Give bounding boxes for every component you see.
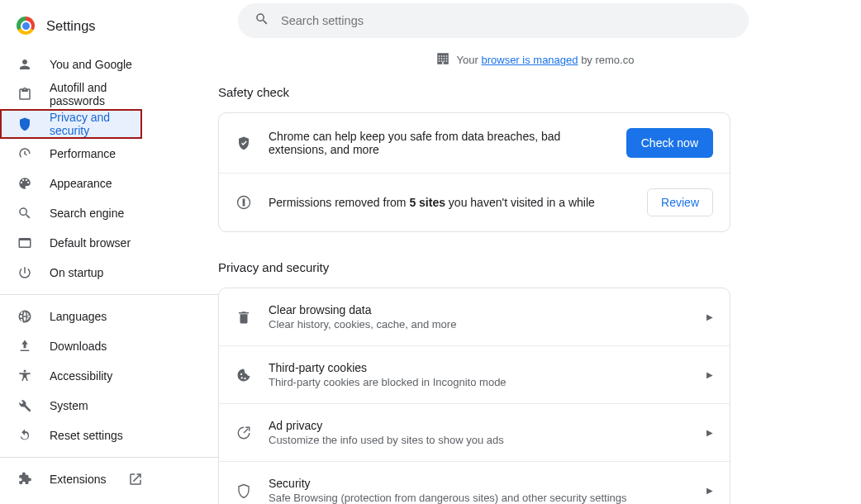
clipboard-icon <box>17 86 33 102</box>
download-icon <box>17 338 33 354</box>
chevron-right-icon: ▶ <box>706 428 713 437</box>
chevron-right-icon: ▶ <box>706 486 713 495</box>
globe-icon <box>17 308 33 325</box>
divider <box>0 457 218 458</box>
sidebar: Settings You and Google Autofill and pas… <box>0 0 218 504</box>
sidebar-item-system[interactable]: System <box>0 391 178 421</box>
sidebar-item-label: Privacy and security <box>50 111 126 137</box>
search-bar[interactable] <box>238 3 749 38</box>
managed-text: Your browser is managed by remo.co <box>457 54 635 66</box>
security-shield-icon <box>235 483 252 499</box>
sidebar-item-label: Appearance <box>50 177 112 190</box>
sidebar-item-autofill[interactable]: Autofill and passwords <box>0 79 178 109</box>
power-icon <box>17 264 33 281</box>
sidebar-item-reset[interactable]: Reset settings <box>0 421 178 450</box>
settings-title: Settings <box>46 18 96 34</box>
safety-row-text: Chrome can help keep you safe from data … <box>269 130 610 156</box>
permissions-text: Permissions removed from 5 sites you hav… <box>269 196 630 209</box>
sidebar-item-label: You and Google <box>50 58 132 71</box>
sidebar-item-label: System <box>50 399 88 412</box>
privacy-card: Clear browsing data Clear history, cooki… <box>218 288 730 504</box>
sidebar-item-languages[interactable]: Languages <box>0 302 178 331</box>
trash-icon <box>235 309 252 326</box>
sidebar-item-appearance[interactable]: Appearance <box>0 169 178 198</box>
accessibility-icon <box>17 368 33 384</box>
safety-row-breaches: Chrome can help keep you safe from data … <box>219 113 730 173</box>
person-icon <box>17 56 33 73</box>
wrench-icon <box>17 397 33 414</box>
palette-icon <box>17 175 33 192</box>
sidebar-item-label: Default browser <box>50 236 131 250</box>
sidebar-item-downloads[interactable]: Downloads <box>0 331 178 361</box>
search-icon <box>17 205 33 221</box>
safety-check-card: Chrome can help keep you safe from data … <box>218 112 730 232</box>
sidebar-item-extensions[interactable]: Extensions <box>0 464 178 494</box>
sidebar-item-accessibility[interactable]: Accessibility <box>0 361 178 391</box>
search-input[interactable] <box>281 14 732 27</box>
extension-icon <box>17 471 33 487</box>
check-now-button[interactable]: Check now <box>626 128 713 158</box>
row-clear-browsing[interactable]: Clear browsing data Clear history, cooki… <box>219 288 730 345</box>
row-security[interactable]: Security Safe Browsing (protection from … <box>219 461 730 504</box>
sidebar-item-startup[interactable]: On startup <box>0 258 178 288</box>
sidebar-item-default[interactable]: Default browser <box>0 228 178 258</box>
shield-icon <box>17 116 33 132</box>
managed-banner: Your browser is managed by remo.co <box>238 51 831 69</box>
row-cookies[interactable]: Third-party cookies Third-party cookies … <box>219 345 730 403</box>
main-content: Your browser is managed by remo.co Safet… <box>218 0 861 504</box>
shield-check-icon <box>235 135 252 151</box>
chevron-right-icon: ▶ <box>706 370 713 379</box>
cookie-icon <box>235 367 252 383</box>
sidebar-item-label: Downloads <box>50 340 107 353</box>
sidebar-item-search[interactable]: Search engine <box>0 198 178 228</box>
speedometer-icon <box>17 145 33 162</box>
chrome-logo-icon <box>17 17 35 35</box>
divider <box>0 294 218 295</box>
sidebar-item-label: Reset settings <box>50 429 123 442</box>
sidebar-item-label: Performance <box>50 147 116 160</box>
sidebar-item-you[interactable]: You and Google <box>0 50 178 79</box>
safety-check-heading: Safety check <box>218 85 730 99</box>
browser-icon <box>17 235 33 251</box>
privacy-heading: Privacy and security <box>218 260 730 274</box>
ad-icon <box>235 425 252 441</box>
chevron-right-icon: ▶ <box>706 312 713 321</box>
safety-row-permissions: Permissions removed from 5 sites you hav… <box>219 173 730 231</box>
sidebar-item-performance[interactable]: Performance <box>0 139 178 169</box>
search-icon <box>254 12 269 30</box>
sidebar-item-privacy[interactable]: Privacy and security <box>0 109 142 139</box>
sidebar-item-label: Search engine <box>50 207 124 220</box>
review-button[interactable]: Review <box>647 188 713 216</box>
sidebar-item-label: Languages <box>50 310 107 323</box>
managed-link[interactable]: browser is managed <box>481 54 578 66</box>
sidebar-item-label: Autofill and passwords <box>50 81 162 107</box>
reset-icon <box>17 427 33 444</box>
settings-header: Settings <box>0 12 218 50</box>
open-external-icon <box>127 471 144 487</box>
sidebar-item-label: Extensions <box>50 473 106 486</box>
building-icon <box>435 51 450 69</box>
info-icon <box>235 194 252 211</box>
row-ad-privacy[interactable]: Ad privacy Customize the info used by si… <box>219 403 730 461</box>
sidebar-item-label: On startup <box>50 266 103 279</box>
sidebar-item-label: Accessibility <box>50 369 112 383</box>
